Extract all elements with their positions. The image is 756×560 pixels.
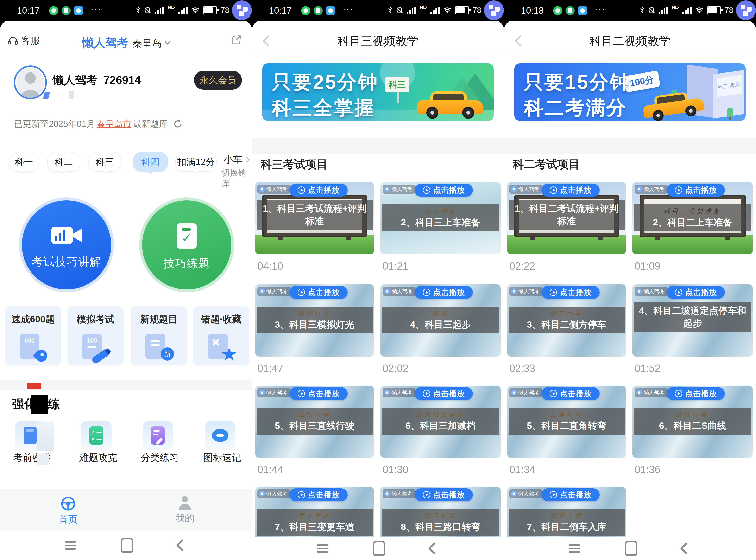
home-screen: 客服 懒人驾考 秦皇岛 懒人驾考_726914 永久会员 已更新至2025年01… [0,21,252,560]
app-logo-label: 懒人驾考 [518,186,539,193]
play-button[interactable]: 点击播放 [415,184,473,197]
floating-assistive-widget[interactable] [232,0,252,20]
floating-assistive-widget[interactable] [736,0,756,20]
back-button[interactable] [680,542,692,555]
signal-icon [155,6,164,15]
back-button[interactable] [176,539,188,551]
play-button[interactable]: 点击播放 [290,387,347,400]
video-card[interactable]: 懒人驾考 点击播放 起步4、科目三起步 [380,284,501,357]
video-watermark: 直角转弯 [550,410,583,419]
video-card[interactable]: 懒人驾考 点击播放 加减档位操作6、科目三加减档 [380,385,501,458]
play-button[interactable]: 点击播放 [541,488,600,501]
tab-subject2[interactable]: 科二 [47,152,80,172]
video-card[interactable]: 懒人驾考 点击播放 科目二考前准备2、科目二上车准备 [633,182,753,254]
app-logo-chip: 懒人驾考 [510,388,542,397]
skill-practice-button[interactable]: ✓ 技巧练题 [139,197,234,293]
card-quick600[interactable]: 速成600题 600 [5,306,61,365]
play-button[interactable]: 点击播放 [541,184,600,197]
play-button[interactable]: 点击播放 [415,488,473,501]
update-city-link[interactable]: 秦皇岛市 [97,118,132,130]
app-logo-label: 懒人驾考 [518,288,539,295]
tab-subject4-active[interactable]: 科四 [133,152,168,172]
video-card[interactable]: 懒人驾考 点击播放 侧方停车3、科目二侧方停车 [507,284,626,357]
subject2-banner[interactable]: 科二考场 100分 只要15分钟 科二考满分 [514,63,746,121]
status-bar: 10:17 ··· HD 78 [0,0,252,21]
share-button[interactable] [231,34,242,45]
floating-assistive-widget[interactable] [484,0,504,20]
video-watermark: 起步 [432,309,449,318]
hd-label: HD [167,4,175,10]
play-button[interactable]: 点击播放 [290,286,347,299]
nav-mine[interactable]: 我的 [160,496,210,525]
signal-icon [659,6,668,15]
city-selector[interactable]: 秦皇岛 [133,38,162,49]
tab-12points[interactable]: 扣满12分 [175,152,217,172]
play-label: 点击播放 [560,489,591,500]
home-button[interactable] [121,538,134,553]
play-button[interactable]: 点击播放 [541,387,600,400]
play-button[interactable]: 点击播放 [541,286,600,299]
video-card[interactable]: 懒人驾考 点击播放 曲线行驶6、科目二S曲线 [633,385,753,458]
recents-button[interactable] [569,542,580,555]
tab-subject1[interactable]: 科一 [9,152,39,172]
video-card[interactable]: 懒人驾考 点击播放 4、科目二坡道定点停车和起步 [633,284,753,357]
subject3-banner[interactable]: 科三 只要25分钟 科三全掌握 [262,63,494,121]
android-nav-bar [504,537,756,560]
play-label: 点击播放 [308,489,339,500]
grid-sign-memory[interactable] [205,421,236,450]
app-title-bar[interactable]: 懒人驾考 秦皇岛 [0,35,252,51]
panel-subject2-videos: 10:18 ··· HD 78 科目二视频教学 科二考场 100分 [504,0,756,560]
video-title: 2、科目三上车准备 [401,216,480,229]
exam-skill-video-button[interactable]: 考试技巧讲解 [19,197,114,293]
play-button[interactable]: 点击播放 [667,286,725,299]
video-card[interactable]: 懒人驾考 点击播放 直线行驶5、科目三直线行驶 [255,385,374,458]
play-button[interactable]: 点击播放 [290,488,347,501]
app-logo-icon [259,186,265,192]
android-nav-bar [252,537,504,560]
video-card[interactable]: 懒人驾考 点击播放 1、科目三考试流程+评判标准 [255,182,374,254]
home-button[interactable] [624,541,637,556]
android-app-icon [326,6,335,15]
play-button[interactable]: 点击播放 [667,184,725,197]
play-button[interactable]: 点击播放 [415,286,473,299]
app-logo-label: 懒人驾考 [644,389,664,396]
tab-subject3[interactable]: 科三 [88,152,121,172]
glitch-red-fragment [27,383,41,389]
wifi-icon [443,7,452,14]
recents-button[interactable] [317,542,328,555]
play-button[interactable]: 点击播放 [290,184,347,197]
subject3-sign: 科三 [385,77,410,92]
grid-label-category-practice: 分类练习 [133,452,187,464]
video-card[interactable]: 懒人驾考 点击播放 1、科目二考试流程+评判标准 [507,182,626,254]
play-button[interactable]: 点击播放 [667,387,725,400]
app-logo-chip: 懒人驾考 [635,388,668,397]
app-logo-icon [384,288,390,294]
app-logo-label: 懒人驾考 [266,288,287,295]
video-card[interactable]: 懒人驾考 点击播放 直角转弯5、科目二直角转弯 [507,385,626,458]
grid-hard-questions[interactable]: ✓ — ✕ — [81,421,112,450]
home-button[interactable] [373,541,385,556]
card-mock-exam[interactable]: 模拟考试 100 [67,306,123,365]
play-button[interactable]: 点击播放 [415,387,473,400]
card-new-rules[interactable]: 新规题目 新 [131,306,187,365]
switch-bank-label[interactable]: 切换题库 [221,167,252,189]
vehicle-type-switch[interactable]: 小车 [223,153,249,166]
status-more-dots: ··· [342,4,354,14]
vehicle-type-label: 小车 [223,153,242,166]
back-button[interactable] [428,542,440,555]
video-card[interactable]: 懒人驾考 点击播放 上车准备2、科目三上车准备 [380,182,501,254]
app-logo-icon [259,288,265,294]
video-duration: 01:21 [382,260,409,272]
video-title-band: 直角转弯5、科目二直角转弯 [509,408,624,435]
phone-app-icon [553,6,562,15]
app-logo-label: 懒人驾考 [518,491,539,497]
refresh-icon[interactable] [173,119,183,129]
grid-category-practice[interactable] [142,421,173,450]
recents-button[interactable] [65,539,76,552]
avatar[interactable] [14,65,47,99]
video-card[interactable]: 懒人驾考 点击播放 模拟灯光3、科目三模拟灯光 [255,284,374,357]
video-camera-icon [50,224,83,247]
video-duration: 01:34 [510,464,535,476]
card-wrong-favorites[interactable]: 错题·收藏 [193,306,249,365]
nav-home[interactable]: 首页 [43,496,93,526]
